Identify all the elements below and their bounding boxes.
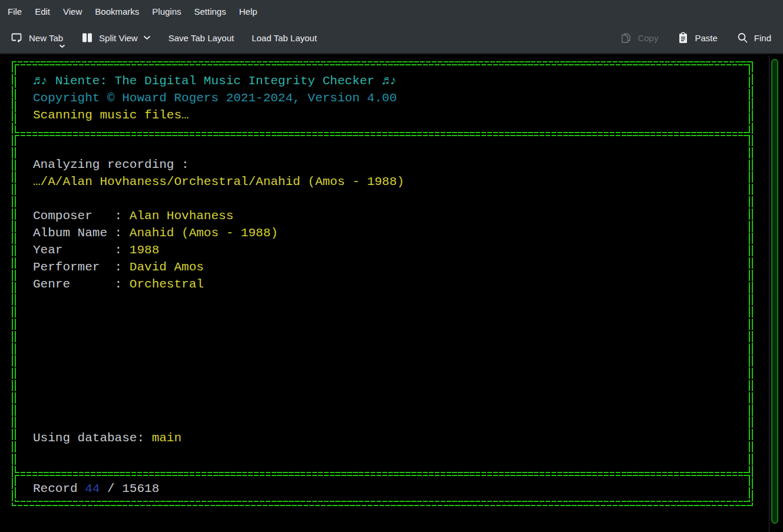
menu-help[interactable]: Help [233, 4, 264, 19]
metadata-fields: Composer : Alan Hovhaness Album Name : A… [33, 207, 750, 293]
split-view-button[interactable]: Split View [80, 29, 152, 47]
metadata-row-genre: Genre : Orchestral [33, 276, 750, 293]
load-tab-layout-label: Load Tab Layout [252, 33, 317, 43]
analyzing-heading: Analyzing recording : [33, 156, 750, 173]
copy-icon [620, 32, 632, 44]
tui-header-panel: ♬♪ Niente: The Digital Music Integrity C… [15, 64, 750, 133]
find-button[interactable]: Find [735, 29, 772, 47]
database-label: Using database: [33, 431, 152, 445]
find-label: Find [754, 33, 771, 43]
status-line: Scanning music files… [33, 107, 750, 124]
record-counter: Record 44 / 15618 [33, 480, 750, 497]
menu-settings[interactable]: Settings [188, 4, 233, 19]
recording-path: …/A/Alan Hovhaness/Orchestral/Anahid (Am… [33, 173, 750, 190]
split-view-icon [81, 31, 94, 44]
record-current: 44 [85, 482, 100, 495]
new-tab-label: New Tab [29, 33, 63, 43]
paste-icon [677, 32, 689, 44]
menu-bar: File Edit View Bookmarks Plugins Setting… [0, 0, 783, 22]
copy-label: Copy [637, 33, 658, 43]
metadata-row-performer: Performer : David Amos [33, 259, 750, 276]
menu-file[interactable]: File [1, 4, 28, 19]
save-tab-layout-button[interactable]: Save Tab Layout [167, 31, 235, 45]
load-tab-layout-button[interactable]: Load Tab Layout [250, 31, 318, 45]
toolbar: New Tab Split View Save Tab Layout Load … [0, 22, 783, 54]
field-label: Genre : [33, 277, 130, 291]
tui-record-panel: Record 44 / 15618 [15, 475, 750, 502]
metadata-row-year: Year : 1988 [33, 242, 750, 259]
tui-outer-frame: ♬♪ Niente: The Digital Music Integrity C… [12, 61, 753, 506]
menu-edit[interactable]: Edit [28, 4, 57, 19]
scrollbar-thumb[interactable] [771, 59, 778, 524]
record-total: / 15618 [100, 482, 159, 495]
field-value: David Amos [130, 260, 204, 274]
record-prefix: Record [33, 482, 85, 495]
toolbar-right-group: Copy Paste Find [619, 29, 772, 47]
copyright-line: Copyright © Howard Rogers 2021-2024, Ver… [33, 90, 750, 107]
field-label: Composer : [33, 209, 130, 223]
new-tab-button[interactable]: New Tab [9, 29, 64, 47]
menu-plugins[interactable]: Plugins [146, 4, 187, 19]
new-tab-icon [11, 31, 24, 44]
field-label: Album Name : [33, 226, 130, 240]
field-value: Anahid (Amos - 1988) [130, 226, 278, 240]
split-view-label: Split View [99, 33, 138, 43]
app-title: ♬♪ Niente: The Digital Music Integrity C… [33, 72, 750, 90]
database-line: Using database: main [33, 429, 181, 447]
field-value: Orchestral [130, 277, 204, 291]
copy-button[interactable]: Copy [619, 29, 659, 47]
field-value: Alan Hovhaness [130, 209, 233, 223]
tui-analysis-panel: Analyzing recording : …/A/Alan Hovhaness… [15, 135, 750, 473]
paste-label: Paste [695, 33, 717, 43]
menu-view[interactable]: View [57, 4, 88, 19]
field-value: 1988 [130, 243, 159, 257]
chevron-down-icon [59, 44, 65, 48]
find-icon [736, 32, 749, 44]
field-label: Performer : [33, 260, 130, 274]
metadata-row-composer: Composer : Alan Hovhaness [33, 207, 750, 224]
chevron-down-icon [143, 35, 151, 40]
konsole-window: File Edit View Bookmarks Plugins Setting… [0, 0, 783, 532]
menu-bookmarks[interactable]: Bookmarks [88, 4, 146, 19]
metadata-row-album: Album Name : Anahid (Amos - 1988) [33, 224, 750, 242]
terminal-viewport[interactable]: ♬♪ Niente: The Digital Music Integrity C… [0, 55, 783, 532]
paste-button[interactable]: Paste [676, 29, 718, 47]
save-tab-layout-label: Save Tab Layout [169, 33, 234, 43]
field-label: Year : [33, 243, 130, 257]
scrollbar-track[interactable] [769, 55, 769, 532]
database-value: main [152, 431, 181, 445]
